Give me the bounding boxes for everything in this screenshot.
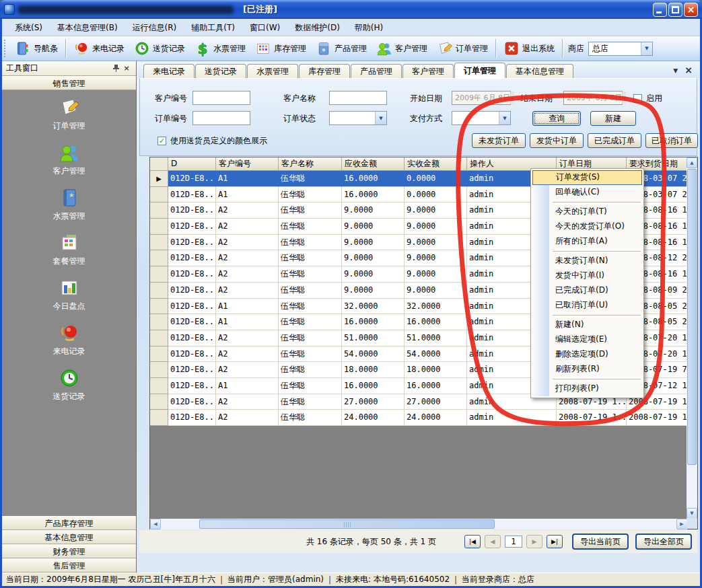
- status-filter-button-3[interactable]: 已取消订单: [645, 133, 698, 148]
- pin-icon[interactable]: [110, 63, 121, 73]
- menubar-item-2[interactable]: 运行信息(R): [125, 20, 184, 36]
- toolbar-button-water-ticket[interactable]: $水票管理: [190, 38, 250, 59]
- color-display-option[interactable]: ✓ 使用送货员定义的颜色展示: [157, 133, 267, 148]
- enable-date-filter[interactable]: 启用: [633, 91, 662, 106]
- order-no-input[interactable]: [192, 111, 250, 125]
- vertical-scrollbar[interactable]: ▲ ▼: [687, 157, 697, 519]
- first-page-button[interactable]: |◀: [464, 535, 481, 548]
- grid-column-header-customer_no[interactable]: 客户编号: [216, 157, 279, 171]
- end-date-picker[interactable]: 2009年 6月 8日▼: [563, 91, 623, 105]
- minimize-button[interactable]: [653, 3, 667, 17]
- checkbox-unchecked-icon[interactable]: [633, 94, 642, 103]
- query-button[interactable]: 查询: [532, 111, 581, 126]
- pay-method-combobox[interactable]: ▼: [452, 111, 511, 125]
- maximize-button[interactable]: [668, 3, 682, 17]
- grid-column-header-customer_name[interactable]: 客户名称: [279, 157, 342, 171]
- next-page-button[interactable]: ▶: [526, 535, 542, 548]
- horizontal-scrollbar[interactable]: ◀ ▶: [150, 519, 687, 529]
- toolbar-button-inventory[interactable]: 库存管理: [250, 38, 311, 59]
- context-menu-item-8[interactable]: 发货中订单(I): [532, 268, 642, 283]
- toolbar-button-incoming-call[interactable]: 来电记录: [69, 38, 129, 59]
- table-row-15[interactable]: 012D-E8...A2伍华聪24.000024.0000admin2008-0…: [150, 410, 687, 426]
- page-number-input[interactable]: 1: [505, 536, 522, 548]
- tab-2[interactable]: 水票管理: [247, 64, 298, 78]
- tab-4[interactable]: 产品管理: [351, 64, 402, 78]
- toolbar-button-delivery-clock[interactable]: 送货记录: [129, 38, 190, 59]
- status-filter-button-0[interactable]: 未发货订单: [472, 133, 526, 148]
- tab-close-icon[interactable]: [685, 65, 693, 75]
- chevron-down-icon[interactable]: ▼: [375, 112, 386, 124]
- tab-5[interactable]: 客户管理: [402, 64, 454, 78]
- chevron-down-icon[interactable]: ▼: [499, 112, 510, 124]
- vertical-scrollbar-thumb[interactable]: [687, 169, 697, 465]
- menubar-item-0[interactable]: 系统(S): [7, 20, 50, 36]
- scroll-up-icon[interactable]: ▲: [687, 157, 697, 168]
- scroll-down-icon[interactable]: ▼: [687, 508, 697, 519]
- scroll-left-icon[interactable]: ◀: [150, 519, 161, 529]
- customer-no-input[interactable]: [192, 91, 250, 105]
- menubar-item-1[interactable]: 基本信息管理(B): [50, 20, 125, 36]
- chevron-down-icon[interactable]: ▼: [510, 91, 514, 104]
- menubar-item-5[interactable]: 数据维护(D): [287, 20, 347, 36]
- tab-3[interactable]: 库存管理: [299, 64, 350, 78]
- sidebar-item-3[interactable]: 套餐管理: [53, 232, 85, 267]
- horizontal-scrollbar-thumb[interactable]: [199, 519, 495, 529]
- tab-0[interactable]: 来电记录: [143, 64, 195, 78]
- context-menu-item-9[interactable]: 已完成订单(D): [532, 283, 642, 298]
- export-current-page-button[interactable]: 导出当前页: [572, 534, 629, 550]
- context-menu-item-7[interactable]: 未发货订单(N): [532, 254, 642, 268]
- sidebar-section-2[interactable]: 财务管理: [2, 544, 136, 558]
- sidebar-section-0[interactable]: 产品库存管理: [2, 516, 136, 530]
- grid-column-header-id[interactable]: D: [168, 157, 216, 171]
- tab-6-active[interactable]: 订单管理: [454, 63, 505, 78]
- sidebar-section-3[interactable]: 售后管理: [2, 558, 136, 573]
- sidebar-section-1[interactable]: 基本信息管理: [2, 530, 136, 544]
- sidebar-item-2[interactable]: ★水票管理: [53, 187, 85, 222]
- menubar-item-3[interactable]: 辅助工具(T): [184, 20, 242, 36]
- context-menu-item-14[interactable]: 删除选定项(D): [532, 347, 642, 362]
- start-date-picker[interactable]: 2009年 6月 8日▼: [452, 91, 511, 105]
- menubar-item-4[interactable]: 窗口(W): [242, 20, 287, 36]
- scroll-right-icon[interactable]: ▶: [676, 519, 687, 529]
- context-menu-item-5[interactable]: 所有的订单(A): [532, 234, 642, 249]
- chevron-down-icon[interactable]: ▼: [622, 91, 626, 104]
- context-menu-item-10[interactable]: 已取消订单(U): [532, 298, 642, 313]
- menubar-item-6[interactable]: 帮助(H): [347, 20, 390, 36]
- context-menu-item-4[interactable]: 今天的发货订单(O): [532, 219, 642, 234]
- last-page-button[interactable]: ▶|: [547, 535, 563, 548]
- toolbar-button-exit[interactable]: 退出系统: [499, 38, 559, 59]
- close-tool-window-icon[interactable]: ×: [121, 63, 132, 73]
- toolbar-button-order[interactable]: 订单管理: [432, 38, 493, 59]
- sidebar-item-4[interactable]: 今日盘点: [53, 277, 85, 312]
- tab-1[interactable]: 送货记录: [195, 64, 246, 78]
- status-filter-button-2[interactable]: 已完成订单: [588, 133, 641, 148]
- sidebar-item-0[interactable]: 订单管理: [53, 97, 85, 132]
- toolbar-button-customer[interactable]: 客户管理: [372, 38, 432, 59]
- status-filter-button-1[interactable]: 发货中订单: [530, 133, 584, 148]
- new-button[interactable]: 新建: [590, 111, 636, 126]
- customer-name-input[interactable]: [329, 91, 387, 105]
- tab-7[interactable]: 基本信息管理: [506, 64, 573, 78]
- prev-page-button[interactable]: ◀: [485, 535, 501, 548]
- context-menu-item-3[interactable]: 今天的订单(T): [532, 205, 642, 219]
- order-status-combobox[interactable]: ▼: [329, 111, 387, 125]
- grid-column-header-receivable[interactable]: 应收金额: [342, 157, 405, 171]
- sidebar-section-sales[interactable]: 销售管理: [2, 76, 136, 90]
- sidebar-item-6[interactable]: 送货记录: [53, 367, 85, 402]
- close-button[interactable]: ×: [684, 3, 698, 17]
- toolbar-button-navigator[interactable]: 导航条: [10, 38, 63, 59]
- context-menu-item-0[interactable]: 订单发货(S): [532, 170, 642, 185]
- context-menu-item-17[interactable]: 打印列表(P): [532, 381, 642, 396]
- sidebar-item-1[interactable]: 客户管理: [53, 142, 85, 177]
- toolbar-button-product[interactable]: 产品管理: [311, 38, 372, 59]
- tab-list-chevron-icon[interactable]: [673, 65, 678, 75]
- toolbar-grip[interactable]: [4, 40, 7, 57]
- grid-column-header-received[interactable]: 实收金额: [405, 157, 467, 171]
- context-menu-item-13[interactable]: 编辑选定项(E): [532, 332, 642, 347]
- context-menu-item-12[interactable]: 新建(N): [532, 318, 642, 332]
- export-all-pages-button[interactable]: 导出全部页: [635, 534, 692, 550]
- chevron-down-icon[interactable]: ▼: [641, 42, 652, 55]
- context-menu-item-1[interactable]: 回单确认(C): [532, 185, 642, 200]
- sidebar-item-5[interactable]: 来电记录: [53, 322, 85, 357]
- context-menu-item-15[interactable]: 刷新列表(R): [532, 362, 642, 377]
